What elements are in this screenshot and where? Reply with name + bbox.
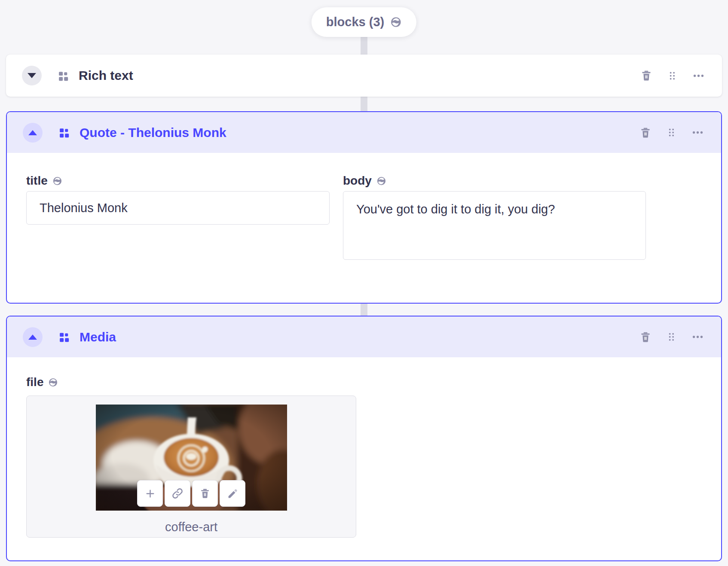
- media-copy-link-button[interactable]: [165, 480, 190, 507]
- field-label-text: body: [343, 174, 372, 188]
- media-add-button[interactable]: [137, 480, 163, 507]
- block-media-header[interactable]: Media: [7, 316, 721, 357]
- trash-icon: [639, 331, 652, 343]
- block-connector: [361, 96, 367, 112]
- link-icon: [171, 487, 184, 499]
- media-edit-button[interactable]: [220, 480, 245, 507]
- block-rich-text-header[interactable]: Rich text: [6, 55, 722, 97]
- media-file-name: coffee-art: [27, 520, 356, 534]
- globe-icon: [390, 16, 402, 28]
- more-options-button[interactable]: [692, 70, 705, 82]
- field-label-text: title: [26, 174, 48, 188]
- expand-toggle-button[interactable]: [22, 66, 42, 85]
- pencil-icon: [227, 488, 239, 499]
- title-field-label: title: [26, 174, 62, 188]
- plus-icon: [144, 488, 156, 499]
- component-grid-icon: [58, 70, 68, 81]
- block-media: Media file: [6, 316, 722, 561]
- block-connector: [361, 302, 367, 316]
- body-field-label: body: [343, 174, 386, 188]
- drag-handle[interactable]: [667, 70, 678, 81]
- block-title: Quote - Thelonius Monk: [80, 125, 226, 140]
- drag-handle[interactable]: [666, 127, 677, 138]
- block-title: Media: [80, 330, 116, 344]
- block-quote-header[interactable]: Quote - Thelonius Monk: [7, 112, 721, 153]
- media-actions-toolbar: [137, 480, 245, 507]
- chevron-up-icon: [28, 335, 37, 340]
- chevron-down-icon: [28, 73, 36, 78]
- media-preview: [96, 405, 287, 511]
- ellipsis-icon: [692, 70, 705, 82]
- field-label-text: file: [26, 375, 43, 389]
- component-grid-icon: [58, 127, 69, 138]
- title-input[interactable]: [26, 191, 330, 225]
- blocks-count-label: blocks (3): [326, 15, 384, 29]
- delete-block-button[interactable]: [639, 127, 652, 139]
- more-options-button[interactable]: [691, 126, 704, 139]
- ellipsis-icon: [691, 126, 704, 139]
- delete-block-button[interactable]: [639, 331, 652, 343]
- localization-globe-icon: [52, 176, 62, 186]
- delete-block-button[interactable]: [640, 70, 652, 82]
- block-title: Rich text: [79, 68, 133, 83]
- trash-icon: [199, 488, 211, 499]
- more-options-button[interactable]: [691, 331, 704, 343]
- file-field-label: file: [26, 375, 58, 389]
- body-textarea[interactable]: You've got to dig it to dig it, you dig?: [343, 191, 646, 260]
- localization-globe-icon: [48, 377, 58, 387]
- ellipsis-icon: [691, 331, 704, 343]
- collapse-toggle-button[interactable]: [23, 123, 43, 143]
- block-connector: [361, 34, 367, 55]
- drag-handle[interactable]: [666, 332, 677, 342]
- chevron-up-icon: [28, 130, 37, 135]
- block-rich-text: Rich text: [6, 55, 722, 97]
- block-quote: Quote - Thelonius Monk title body You've…: [6, 111, 722, 304]
- localization-globe-icon: [376, 176, 386, 186]
- blocks-count-pill: blocks (3): [312, 7, 416, 37]
- media-file-card: coffee-art: [26, 396, 356, 538]
- trash-icon: [640, 70, 652, 82]
- media-delete-button[interactable]: [192, 480, 218, 507]
- component-grid-icon: [58, 332, 69, 342]
- drag-dots-icon: [666, 332, 677, 342]
- drag-dots-icon: [667, 70, 678, 81]
- trash-icon: [639, 127, 652, 139]
- drag-dots-icon: [666, 127, 677, 138]
- collapse-toggle-button[interactable]: [23, 327, 43, 347]
